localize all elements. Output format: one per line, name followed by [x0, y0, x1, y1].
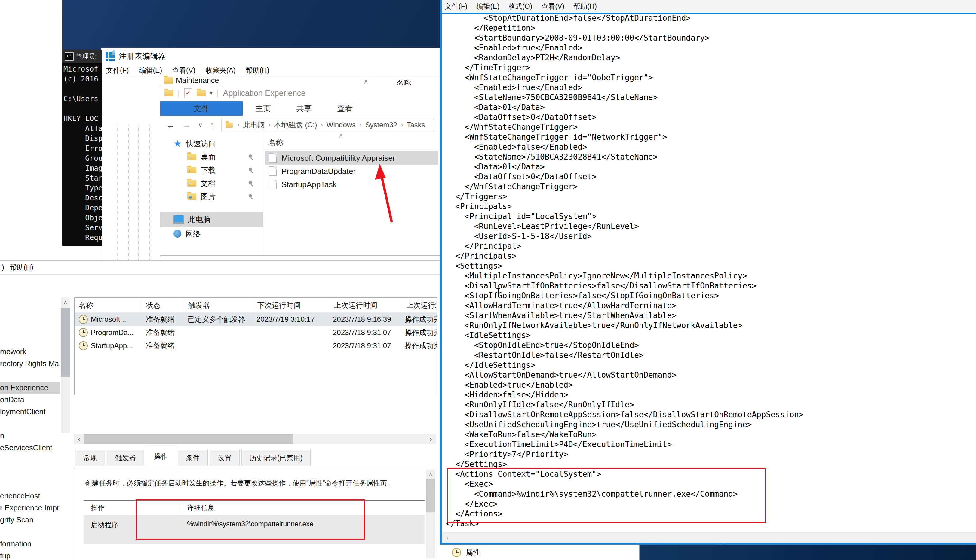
scroll-up-icon[interactable]: ∧: [61, 297, 70, 307]
column-header[interactable]: 下次运行时间: [253, 300, 330, 310]
tree-item[interactable]: formation: [0, 538, 60, 550]
scroll-up-icon[interactable]: ∧: [364, 78, 368, 85]
task-row[interactable]: Microsoft ... 准备就绪 已定义多个触发器 2023/7/19 3:…: [75, 313, 436, 326]
explorer-sidebar: ★ 快速访问 ▭ 桌面 ↓ 下载 ≡ 文档: [160, 134, 263, 255]
xml-line: <RunLevel>LeastPrivilege</RunLevel>: [446, 222, 976, 231]
column-header[interactable]: 上次运行时间: [330, 300, 402, 310]
notepad-horizontal-scrollbar[interactable]: ‹: [442, 532, 976, 543]
xml-line: <StateName>7510BCA323028B41</StateName>: [446, 152, 976, 162]
registry-menu-item[interactable]: 查看(V): [172, 66, 196, 75]
file-row[interactable]: StartupAppTask: [265, 178, 438, 191]
back-icon[interactable]: ←: [166, 120, 175, 130]
task-last-run: 2023/7/18 9:31:07: [329, 342, 401, 350]
pane-scrollbar[interactable]: ∧: [426, 470, 435, 558]
notepad-text-area[interactable]: <StopAtDurationEnd>false</StopAtDuration…: [446, 13, 976, 533]
qat-dropdown-icon[interactable]: ▾: [210, 90, 212, 97]
tab[interactable]: 触发器: [107, 450, 144, 466]
ribbon-tab[interactable]: 共享: [284, 101, 324, 116]
recent-dropdown-icon[interactable]: ∨: [198, 122, 203, 128]
notepad-menu-item[interactable]: 格式(O): [508, 2, 532, 11]
tab[interactable]: 操作: [146, 447, 176, 466]
notepad-menu-item[interactable]: 查看(V): [541, 2, 564, 11]
window-notepad: 文件(F)编辑(E)格式(O)查看(V)帮助(H) <StopAtDuratio…: [440, 0, 976, 545]
task-scheduler-menubar[interactable]: ) 帮助(H): [0, 261, 440, 275]
scrollbar-thumb[interactable]: [61, 308, 70, 377]
tree-item[interactable]: onData: [0, 393, 60, 406]
tree-item[interactable]: eServicesClient: [0, 442, 60, 453]
notepad-menu-item[interactable]: 文件(F): [445, 2, 467, 11]
window-properties-fragment[interactable]: 属性: [440, 545, 640, 560]
column-header[interactable]: 上次运行结果: [402, 300, 436, 310]
sidebar-item[interactable]: ≡ 文档: [160, 177, 263, 190]
registry-menu-item[interactable]: 收藏夹(A): [206, 66, 236, 75]
tree-scrollbar[interactable]: ∧: [61, 297, 70, 433]
registry-tree-item-maintenance[interactable]: Maintenance: [164, 76, 219, 85]
task-row[interactable]: StartupApp... 准备就绪 2023/7/18 9:31:07 操作成…: [75, 339, 436, 352]
sidebar-item[interactable]: 此电脑: [160, 212, 263, 227]
scroll-left-icon[interactable]: ‹: [443, 533, 452, 543]
tree-item[interactable]: loymentClient: [0, 406, 60, 418]
tree-item[interactable]: tup: [0, 550, 60, 560]
file-row[interactable]: Microsoft Compatibility Appraiser: [265, 152, 438, 165]
sidebar-item[interactable]: ★ 快速访问: [160, 137, 263, 150]
column-header[interactable]: 状态: [142, 300, 184, 310]
tab[interactable]: 条件: [178, 450, 208, 466]
up-icon[interactable]: ↑: [210, 120, 214, 130]
menu-help-fragment[interactable]: ) 帮助(H): [2, 263, 33, 272]
new-folder-icon[interactable]: [197, 90, 206, 97]
annotation-red-box-action-details: [135, 499, 365, 540]
properties-check-icon[interactable]: ✓: [184, 88, 192, 98]
tab[interactable]: 常规: [75, 450, 105, 466]
sidebar-item-icon: [174, 215, 184, 224]
tree-item[interactable]: n: [0, 430, 60, 442]
scrollbar-thumb[interactable]: [84, 434, 293, 444]
registry-menu-item[interactable]: 文件(F): [106, 66, 129, 75]
task-detail-tabs: 常规触发器操作条件设置历史记录(已禁用): [75, 448, 311, 466]
scroll-left-icon[interactable]: ‹: [74, 434, 84, 444]
cmd-output: Microsof(c) 2016C:\UsersHKEY_LOC AtTa Di…: [62, 63, 102, 243]
separator: |: [178, 88, 180, 98]
forward-icon[interactable]: →: [182, 120, 191, 130]
tree-item[interactable]: rectory Rights Ma: [0, 358, 60, 370]
explorer-titlebar[interactable]: | ✓ ▾ | Application Experience: [160, 85, 440, 101]
ribbon-tab[interactable]: 文件: [160, 101, 242, 116]
tree-item[interactable]: erienceHost: [0, 490, 60, 502]
file-column-header-name[interactable]: 名称: [268, 138, 283, 148]
annotation-red-arrow: [368, 162, 398, 225]
task-rows: Microsoft ... 准备就绪 已定义多个触发器 2023/7/19 3:…: [75, 313, 436, 352]
tree-item[interactable]: r Experience Impr: [0, 502, 60, 514]
tab[interactable]: 历史记录(已禁用): [241, 450, 311, 466]
column-header[interactable]: 触发器: [184, 300, 253, 310]
column-header[interactable]: 名称: [75, 300, 142, 310]
notepad-menu-item[interactable]: 编辑(E): [476, 2, 500, 11]
tree-item[interactable]: grity Scan: [0, 514, 60, 526]
task-list-horizontal-scrollbar[interactable]: ‹ ›: [74, 434, 436, 444]
address-bar[interactable]: › 此电脑 › 本地磁盘 (C:) › Windows › System32: [221, 118, 434, 132]
breadcrumb-item[interactable]: › Windows: [320, 121, 356, 129]
ribbon-tab[interactable]: 主页: [242, 101, 284, 116]
sidebar-item[interactable]: ▦ 图片: [160, 190, 263, 203]
ribbon-tab[interactable]: 查看: [324, 101, 365, 116]
breadcrumb-item[interactable]: › 此电脑: [237, 120, 265, 130]
breadcrumb-item[interactable]: › Tasks: [400, 121, 425, 129]
sidebar-item[interactable]: ↓ 下载: [160, 163, 263, 177]
notepad-menubar: 文件(F)编辑(E)格式(O)查看(V)帮助(H): [442, 0, 976, 13]
registry-menu-item[interactable]: 编辑(E): [139, 66, 162, 75]
task-row[interactable]: ProgramDa... 准备就绪 2023/7/18 9:31:07 操作成功…: [75, 326, 436, 339]
tree-item[interactable]: on Experience: [0, 382, 60, 393]
registry-titlebar[interactable]: 注册表编辑器: [101, 48, 440, 65]
notepad-menu-item[interactable]: 帮助(H): [573, 2, 597, 11]
tree-item[interactable]: mework: [0, 345, 60, 358]
file-row[interactable]: ProgramDataUpdater: [265, 165, 438, 178]
scroll-right-icon[interactable]: ›: [426, 434, 436, 444]
registry-menu-item[interactable]: 帮助(H): [246, 66, 269, 75]
task-clock-icon: [79, 315, 88, 324]
cmd-titlebar[interactable]: C:\ 管理员:: [62, 50, 102, 63]
scrollbar-thumb[interactable]: [426, 479, 435, 512]
scroll-up-icon[interactable]: ∧: [426, 470, 435, 478]
breadcrumb-item[interactable]: › 本地磁盘 (C:): [267, 120, 317, 130]
tab[interactable]: 设置: [210, 450, 240, 466]
sidebar-item[interactable]: 网络: [160, 227, 263, 240]
breadcrumb-item[interactable]: › System32: [359, 121, 397, 129]
sidebar-item[interactable]: ▭ 桌面: [160, 150, 263, 163]
